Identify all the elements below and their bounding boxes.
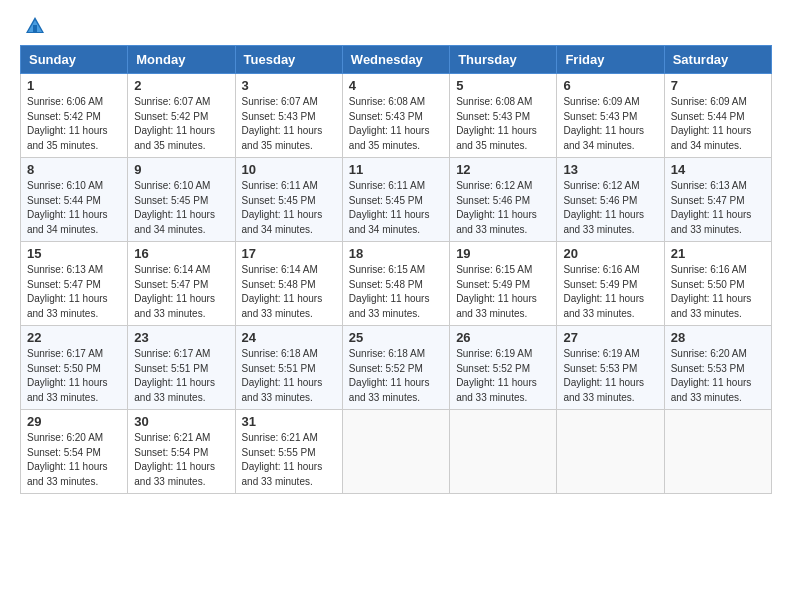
day-number: 31 (242, 414, 336, 429)
day-number: 24 (242, 330, 336, 345)
calendar-cell (664, 410, 771, 494)
day-info: Sunrise: 6:19 AMSunset: 5:53 PMDaylight:… (563, 347, 657, 405)
calendar-cell: 10Sunrise: 6:11 AMSunset: 5:45 PMDayligh… (235, 158, 342, 242)
day-info: Sunrise: 6:21 AMSunset: 5:55 PMDaylight:… (242, 431, 336, 489)
calendar-cell: 9Sunrise: 6:10 AMSunset: 5:45 PMDaylight… (128, 158, 235, 242)
calendar-cell: 7Sunrise: 6:09 AMSunset: 5:44 PMDaylight… (664, 74, 771, 158)
weekday-header-sunday: Sunday (21, 46, 128, 74)
day-number: 16 (134, 246, 228, 261)
day-number: 20 (563, 246, 657, 261)
day-number: 14 (671, 162, 765, 177)
week-row-1: 1Sunrise: 6:06 AMSunset: 5:42 PMDaylight… (21, 74, 772, 158)
day-number: 19 (456, 246, 550, 261)
day-info: Sunrise: 6:13 AMSunset: 5:47 PMDaylight:… (671, 179, 765, 237)
day-info: Sunrise: 6:15 AMSunset: 5:49 PMDaylight:… (456, 263, 550, 321)
day-number: 18 (349, 246, 443, 261)
calendar-cell: 25Sunrise: 6:18 AMSunset: 5:52 PMDayligh… (342, 326, 449, 410)
calendar-cell: 5Sunrise: 6:08 AMSunset: 5:43 PMDaylight… (450, 74, 557, 158)
day-info: Sunrise: 6:10 AMSunset: 5:45 PMDaylight:… (134, 179, 228, 237)
weekday-header-thursday: Thursday (450, 46, 557, 74)
day-info: Sunrise: 6:19 AMSunset: 5:52 PMDaylight:… (456, 347, 550, 405)
weekday-header-friday: Friday (557, 46, 664, 74)
calendar-cell: 12Sunrise: 6:12 AMSunset: 5:46 PMDayligh… (450, 158, 557, 242)
day-info: Sunrise: 6:07 AMSunset: 5:42 PMDaylight:… (134, 95, 228, 153)
day-number: 28 (671, 330, 765, 345)
weekday-header-row: SundayMondayTuesdayWednesdayThursdayFrid… (21, 46, 772, 74)
day-info: Sunrise: 6:11 AMSunset: 5:45 PMDaylight:… (242, 179, 336, 237)
day-info: Sunrise: 6:18 AMSunset: 5:51 PMDaylight:… (242, 347, 336, 405)
calendar-cell: 27Sunrise: 6:19 AMSunset: 5:53 PMDayligh… (557, 326, 664, 410)
day-number: 1 (27, 78, 121, 93)
day-number: 15 (27, 246, 121, 261)
day-info: Sunrise: 6:15 AMSunset: 5:48 PMDaylight:… (349, 263, 443, 321)
weekday-header-tuesday: Tuesday (235, 46, 342, 74)
day-number: 5 (456, 78, 550, 93)
calendar-cell (342, 410, 449, 494)
day-number: 23 (134, 330, 228, 345)
day-number: 12 (456, 162, 550, 177)
day-info: Sunrise: 6:20 AMSunset: 5:54 PMDaylight:… (27, 431, 121, 489)
day-number: 8 (27, 162, 121, 177)
logo-icon (24, 15, 46, 37)
day-info: Sunrise: 6:16 AMSunset: 5:49 PMDaylight:… (563, 263, 657, 321)
calendar-cell: 11Sunrise: 6:11 AMSunset: 5:45 PMDayligh… (342, 158, 449, 242)
day-number: 9 (134, 162, 228, 177)
day-info: Sunrise: 6:08 AMSunset: 5:43 PMDaylight:… (349, 95, 443, 153)
calendar-cell: 8Sunrise: 6:10 AMSunset: 5:44 PMDaylight… (21, 158, 128, 242)
calendar-cell: 23Sunrise: 6:17 AMSunset: 5:51 PMDayligh… (128, 326, 235, 410)
day-info: Sunrise: 6:21 AMSunset: 5:54 PMDaylight:… (134, 431, 228, 489)
day-number: 27 (563, 330, 657, 345)
calendar-cell: 16Sunrise: 6:14 AMSunset: 5:47 PMDayligh… (128, 242, 235, 326)
week-row-4: 22Sunrise: 6:17 AMSunset: 5:50 PMDayligh… (21, 326, 772, 410)
day-number: 6 (563, 78, 657, 93)
weekday-header-saturday: Saturday (664, 46, 771, 74)
calendar-cell (557, 410, 664, 494)
weekday-header-monday: Monday (128, 46, 235, 74)
day-number: 17 (242, 246, 336, 261)
calendar-cell: 15Sunrise: 6:13 AMSunset: 5:47 PMDayligh… (21, 242, 128, 326)
day-number: 25 (349, 330, 443, 345)
day-info: Sunrise: 6:12 AMSunset: 5:46 PMDaylight:… (563, 179, 657, 237)
day-info: Sunrise: 6:09 AMSunset: 5:43 PMDaylight:… (563, 95, 657, 153)
day-number: 29 (27, 414, 121, 429)
day-info: Sunrise: 6:17 AMSunset: 5:51 PMDaylight:… (134, 347, 228, 405)
day-number: 13 (563, 162, 657, 177)
day-number: 7 (671, 78, 765, 93)
calendar-cell: 21Sunrise: 6:16 AMSunset: 5:50 PMDayligh… (664, 242, 771, 326)
calendar-cell (450, 410, 557, 494)
day-number: 11 (349, 162, 443, 177)
day-number: 3 (242, 78, 336, 93)
weekday-header-wednesday: Wednesday (342, 46, 449, 74)
svg-rect-2 (33, 25, 37, 32)
week-row-2: 8Sunrise: 6:10 AMSunset: 5:44 PMDaylight… (21, 158, 772, 242)
calendar-cell: 22Sunrise: 6:17 AMSunset: 5:50 PMDayligh… (21, 326, 128, 410)
day-info: Sunrise: 6:06 AMSunset: 5:42 PMDaylight:… (27, 95, 121, 153)
day-number: 26 (456, 330, 550, 345)
day-number: 4 (349, 78, 443, 93)
calendar-cell: 28Sunrise: 6:20 AMSunset: 5:53 PMDayligh… (664, 326, 771, 410)
day-info: Sunrise: 6:16 AMSunset: 5:50 PMDaylight:… (671, 263, 765, 321)
calendar-cell: 18Sunrise: 6:15 AMSunset: 5:48 PMDayligh… (342, 242, 449, 326)
day-number: 10 (242, 162, 336, 177)
calendar-page: SundayMondayTuesdayWednesdayThursdayFrid… (0, 0, 792, 612)
day-info: Sunrise: 6:12 AMSunset: 5:46 PMDaylight:… (456, 179, 550, 237)
logo (20, 15, 48, 37)
calendar-cell: 6Sunrise: 6:09 AMSunset: 5:43 PMDaylight… (557, 74, 664, 158)
calendar-cell: 29Sunrise: 6:20 AMSunset: 5:54 PMDayligh… (21, 410, 128, 494)
calendar-cell: 24Sunrise: 6:18 AMSunset: 5:51 PMDayligh… (235, 326, 342, 410)
calendar-cell: 3Sunrise: 6:07 AMSunset: 5:43 PMDaylight… (235, 74, 342, 158)
day-info: Sunrise: 6:10 AMSunset: 5:44 PMDaylight:… (27, 179, 121, 237)
week-row-5: 29Sunrise: 6:20 AMSunset: 5:54 PMDayligh… (21, 410, 772, 494)
day-info: Sunrise: 6:18 AMSunset: 5:52 PMDaylight:… (349, 347, 443, 405)
day-number: 22 (27, 330, 121, 345)
day-info: Sunrise: 6:09 AMSunset: 5:44 PMDaylight:… (671, 95, 765, 153)
day-info: Sunrise: 6:13 AMSunset: 5:47 PMDaylight:… (27, 263, 121, 321)
calendar-cell: 20Sunrise: 6:16 AMSunset: 5:49 PMDayligh… (557, 242, 664, 326)
day-info: Sunrise: 6:07 AMSunset: 5:43 PMDaylight:… (242, 95, 336, 153)
calendar-cell: 2Sunrise: 6:07 AMSunset: 5:42 PMDaylight… (128, 74, 235, 158)
header (20, 15, 772, 37)
calendar-cell: 13Sunrise: 6:12 AMSunset: 5:46 PMDayligh… (557, 158, 664, 242)
calendar-cell: 26Sunrise: 6:19 AMSunset: 5:52 PMDayligh… (450, 326, 557, 410)
calendar-cell: 31Sunrise: 6:21 AMSunset: 5:55 PMDayligh… (235, 410, 342, 494)
calendar-cell: 17Sunrise: 6:14 AMSunset: 5:48 PMDayligh… (235, 242, 342, 326)
